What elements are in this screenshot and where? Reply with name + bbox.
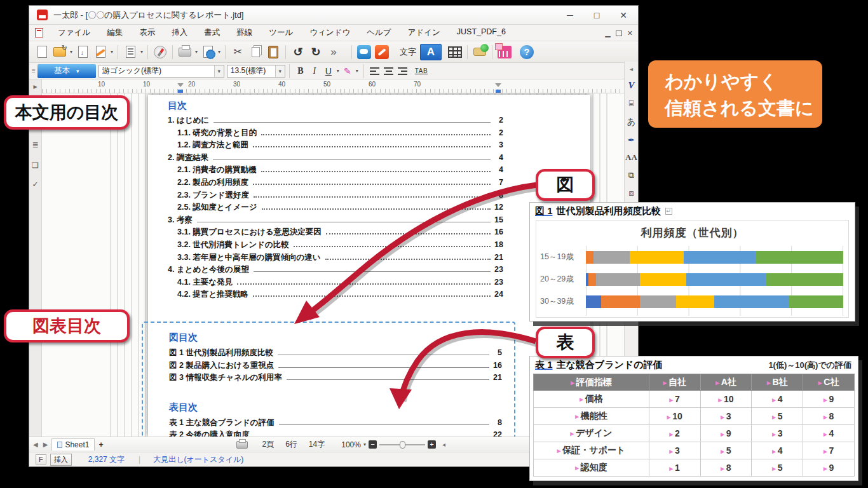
underline-dropdown[interactable]: ▾ [336, 68, 341, 74]
toc-entry: 1.1. 研究の背景と目的 2 [168, 128, 503, 140]
toc-page-number: 23 [493, 278, 503, 287]
collapse-status-icon[interactable]: ◂ [442, 441, 445, 448]
maximize-button[interactable]: □ [583, 6, 610, 25]
outline-list-icon[interactable]: ≣ [29, 140, 41, 149]
doc-restore-button[interactable] [616, 30, 622, 36]
zoom-level[interactable]: 100% [341, 440, 361, 449]
redo-button[interactable]: ↻ [308, 44, 324, 60]
underline-button[interactable]: U [322, 65, 335, 78]
bar-segment [714, 295, 789, 308]
pages-stack-icon[interactable]: ⧈ [628, 188, 634, 198]
right-margin-marker[interactable] [495, 83, 501, 91]
marker-tool-button[interactable] [374, 44, 390, 60]
align-center-button[interactable] [383, 65, 395, 78]
menu-item[interactable]: JUST_PDF_6 [449, 27, 514, 38]
save-as-button[interactable] [92, 44, 109, 60]
menu-item[interactable]: 書式 [196, 27, 228, 38]
align-left-button[interactable] [369, 65, 381, 78]
kana-mode-button[interactable]: F [36, 454, 46, 464]
style-select[interactable]: 基本▾ [37, 64, 96, 78]
help-button[interactable]: ? [519, 44, 535, 60]
chart-rows: 15～19歳20～29歳30～39歳 [540, 246, 843, 313]
collapse-right-icon[interactable]: ◂ [630, 65, 633, 72]
collapse-left-icon[interactable]: ▸ [29, 82, 41, 91]
font-size-tool-icon[interactable]: AA [625, 152, 637, 163]
close-button[interactable]: ✕ [610, 6, 637, 25]
comment-tool-button[interactable] [356, 44, 372, 60]
menu-item[interactable]: 挿入 [163, 27, 196, 38]
tab-marker-icon: ▸ [570, 430, 574, 437]
open-dropdown[interactable]: ▾ [69, 49, 74, 55]
table-mode-button[interactable] [447, 44, 463, 60]
pen-tool-icon[interactable]: ✒ [628, 135, 635, 145]
menu-item[interactable]: 編集 [98, 27, 131, 38]
zoom-out-button[interactable]: − [369, 440, 377, 449]
menu-item[interactable]: ツール [261, 27, 301, 38]
menu-item[interactable]: 罫線 [228, 27, 261, 38]
paste-button[interactable] [265, 44, 281, 60]
fig-toc-page-number: 21 [492, 373, 502, 382]
menu-item[interactable]: ファイル [50, 27, 98, 38]
zoom-slider-knob[interactable] [400, 441, 405, 449]
sheet-next-button[interactable]: ▶ [43, 441, 48, 448]
kana-tool-icon[interactable]: あ [627, 116, 635, 128]
view-dropdown[interactable]: ▾ [139, 49, 144, 55]
layout-grid-button[interactable] [496, 44, 513, 60]
bold-button[interactable]: B [294, 65, 307, 78]
doc-close-button[interactable]: ✕ [627, 29, 633, 37]
save-button[interactable] [74, 44, 91, 60]
table-cell: ▸9 [700, 425, 752, 442]
font-color-dropdown[interactable]: ▾ [355, 68, 360, 74]
cut-button[interactable]: ✂ [229, 44, 246, 60]
zoom-in-button[interactable]: + [428, 440, 436, 449]
fig-toc-entry: 図 2 製品購入における重視点 16 [169, 360, 502, 373]
v-tool-icon[interactable]: V [628, 80, 634, 91]
text-mode-button[interactable]: A [420, 44, 442, 60]
camera-icon[interactable]: ⌸ [629, 98, 634, 109]
font-size-select[interactable]: 13.5(標準)▾ [227, 65, 285, 78]
print-settings-button[interactable] [200, 44, 216, 60]
menu-item[interactable]: ヘルプ [358, 27, 399, 38]
window-panel-icon[interactable]: ⧉ [628, 170, 634, 180]
more-tools-button[interactable]: » [325, 44, 342, 60]
italic-button[interactable]: I [308, 65, 321, 78]
sheet-tab[interactable]: Sheet1 [51, 438, 95, 451]
save-dropdown[interactable]: ▾ [109, 49, 114, 55]
toc-leader-line [278, 367, 489, 368]
tab-marker-icon: ▸ [715, 379, 719, 386]
copy-button[interactable] [247, 44, 264, 60]
navigation-compass-button[interactable] [152, 44, 168, 60]
print-button[interactable] [177, 44, 193, 60]
print-preview-icon[interactable] [236, 441, 248, 449]
toc-entry: 3.1. 購買プロセスにおける意思決定要因 16 [168, 227, 503, 240]
minimize-button[interactable]: ─ [557, 6, 583, 25]
left-margin-marker[interactable] [177, 83, 184, 91]
print-settings-dropdown[interactable]: ▾ [217, 49, 222, 55]
menu-item[interactable]: ウィンドウ [301, 27, 358, 38]
insert-mode-button[interactable]: 挿入 [50, 454, 72, 466]
tab-marker-icon: ▸ [772, 413, 776, 421]
toc-leader-line [325, 259, 491, 260]
view-mode-button[interactable] [122, 44, 139, 60]
add-sheet-button[interactable]: + [98, 440, 103, 449]
document-page[interactable]: 目次 1. はじめに 2 1.1. 研究の背景と目的 2 [148, 95, 590, 437]
undo-button[interactable]: ↺ [290, 44, 306, 60]
page-copy-icon[interactable]: ❏ [29, 161, 41, 170]
shape-tool-button[interactable] [471, 44, 488, 60]
zoom-slider[interactable] [379, 444, 425, 445]
doc-minimize-button[interactable]: ▁ [605, 29, 610, 37]
document-icon [35, 28, 43, 37]
sheet-prev-button[interactable]: ◀ [33, 441, 38, 448]
menu-item[interactable]: アドイン [400, 27, 449, 38]
menu-item[interactable]: 表示 [131, 27, 163, 38]
font-color-button[interactable]: ✎ [341, 65, 354, 78]
tab-button[interactable]: TAB [415, 67, 428, 74]
zoom-dropdown[interactable]: ▾ [363, 442, 366, 447]
check-icon[interactable]: ✓ [29, 180, 41, 189]
open-button[interactable]: ↻ [51, 44, 68, 60]
font-select[interactable]: 游ゴシック(標準)▾ [98, 65, 224, 78]
new-document-button[interactable] [34, 44, 50, 60]
align-right-button[interactable] [397, 65, 409, 78]
print-dropdown[interactable]: ▾ [194, 49, 199, 55]
toc-entry-label: 2.5. 認知度とイメージ [177, 202, 257, 213]
